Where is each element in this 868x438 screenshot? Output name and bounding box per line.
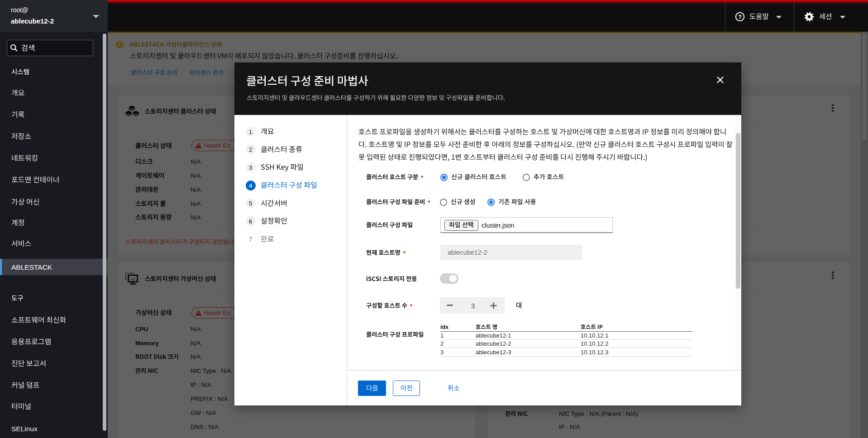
svg-text:?: ? (738, 14, 742, 20)
